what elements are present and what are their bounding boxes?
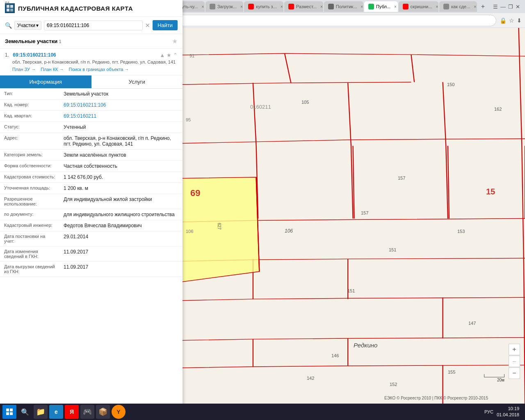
tab-close[interactable]: × (361, 5, 363, 9)
info-label: Кадастровый инженер: (0, 220, 59, 231)
search-button[interactable]: Найти (153, 20, 178, 30)
tab-close[interactable]: × (320, 5, 323, 9)
taskbar-explorer-icon[interactable]: 📁 (34, 405, 48, 419)
window-controls: ☰ — ❐ ✕ (490, 4, 523, 10)
info-label: Кад. квартал: (0, 111, 59, 122)
download-icon[interactable]: ⬇ (517, 17, 522, 24)
taskbar-browser-icon[interactable]: е (49, 405, 63, 419)
info-row: Категория земель:Земли населённых пункто… (0, 150, 183, 161)
tab-label: как сде... (451, 4, 470, 9)
tab-publ[interactable]: Публ... × (364, 1, 397, 12)
info-tabs: Информация Услуги (0, 75, 183, 89)
taskbar-yandex-icon[interactable]: Я (65, 405, 79, 419)
star-small-icon[interactable]: ★ (167, 52, 171, 58)
favorite-button[interactable]: ★ (172, 37, 178, 45)
start-button[interactable] (2, 405, 16, 419)
taskbar-minecraft-icon[interactable]: 🎮 (80, 405, 94, 419)
info-label: Дата постановки на учет: (0, 231, 59, 247)
svg-rect-7 (10, 409, 13, 411)
taskbar-folder-icon[interactable]: 📦 (96, 405, 110, 419)
info-label: Форма собственности: (0, 161, 59, 172)
tab-politik[interactable]: Политик... × (324, 1, 363, 12)
info-table: Тип:Земельный участокКад. номер:69:15:01… (0, 89, 183, 277)
tab-close[interactable]: × (474, 5, 476, 9)
svg-rect-5 (10, 9, 13, 11)
address-bar-icons: 🔒 ☆ ⬇ (500, 17, 522, 24)
tab-close[interactable]: × (240, 5, 243, 9)
tab-label: Размест... (296, 4, 317, 9)
minimize-button[interactable]: — (500, 4, 506, 10)
taskbar-search-button[interactable]: 🔍 (18, 405, 32, 419)
cadastral-id[interactable]: 69:15:0160211:106 (13, 52, 56, 58)
star-icon[interactable]: ☆ (509, 17, 514, 24)
tab-close[interactable]: × (201, 5, 204, 9)
info-label: Кад. номер: (0, 100, 59, 111)
new-tab-button[interactable]: + (478, 1, 488, 12)
result-item: 1. 69:15:0160211:106 ▲ ★ ⌃ обл. Тверская… (0, 49, 183, 75)
zoom-more-button[interactable]: ··· (509, 356, 520, 367)
tab-label: купить з... (256, 4, 277, 9)
search-type-dropdown[interactable]: Участки ▾ (14, 21, 41, 30)
info-label: Тип: (0, 89, 59, 100)
result-actions: ▲ ★ ⌃ (160, 52, 178, 58)
info-value: Для индивидуальной жилой застройки (59, 194, 183, 209)
chevron-up-icon[interactable]: ⌃ (173, 52, 178, 58)
tab-razmest[interactable]: Размест... × (284, 1, 323, 12)
results-header: Земельные участки 1 ★ (0, 34, 183, 49)
search-bar: 🔍 Участки ▾ ✕ Найти (0, 17, 183, 34)
plan-kk-link[interactable]: План КК → (41, 67, 64, 72)
info-value-link[interactable]: 69:15:0160211:106 (64, 102, 106, 108)
taskbar-date-value: 01.04.2018 (497, 412, 519, 418)
info-value-link[interactable]: 69:15:0160211 (64, 113, 96, 119)
triangle-icon[interactable]: ▲ (160, 52, 165, 58)
tab-close[interactable]: × (394, 5, 397, 9)
plan-zu-link[interactable]: План ЗУ → (12, 67, 36, 72)
tab-kupit[interactable]: купить з... × (244, 1, 283, 12)
info-label: по документу: (0, 209, 59, 220)
info-row: Дата выгрузки сведений из ГКН:11.09.2017 (0, 262, 183, 277)
svg-rect-6 (6, 409, 9, 411)
info-label: Уточненная площадь: (0, 183, 59, 194)
info-value: 11.09.2017 (59, 262, 183, 277)
zoom-out-button[interactable]: − (509, 368, 520, 379)
search-input[interactable] (44, 21, 143, 30)
tab-kak[interactable]: как сде... × (439, 1, 477, 12)
info-row: Кадастровый инженер:Федотов Вячеслав Вла… (0, 220, 183, 231)
tab-close[interactable]: × (281, 5, 283, 9)
info-row: Уточненная площадь:1 200 кв. м (0, 183, 183, 194)
info-row: Кад. квартал:69:15:0160211 (0, 111, 183, 122)
tab-skrin[interactable]: скришни... × (399, 1, 438, 12)
search-bounds-link[interactable]: Поиск в границах объекта → (69, 67, 129, 72)
tab-label: Загрузк... (217, 4, 237, 9)
menu-button[interactable]: ☰ (493, 4, 498, 10)
search-clear-button[interactable]: ✕ (145, 22, 150, 29)
results-count: 1 (59, 39, 62, 44)
tab-information[interactable]: Информация (0, 75, 91, 88)
info-row: Адрес:обл. Тверская, р-н Конаковский, г/… (0, 133, 183, 150)
zoom-in-button[interactable]: + (509, 344, 520, 355)
svg-rect-9 (10, 412, 13, 415)
info-label: Дата выгрузки сведений из ГКН: (0, 262, 59, 277)
result-links: План ЗУ → План КК → Поиск в границах объ… (12, 67, 178, 72)
info-panel: 91 ПУБЛИЧНАЯ КАДАСТРОВАЯ КАРТА 🔍 Участки… (0, 0, 183, 420)
taskbar-time-value: 10:19 (497, 406, 519, 412)
tab-services[interactable]: Услуги (91, 75, 183, 88)
info-value: Учтенный (59, 122, 183, 133)
info-value: 69:15:0160211:106 (59, 100, 183, 111)
zoom-controls: + ··· − (509, 344, 520, 379)
close-button[interactable]: ✕ (516, 4, 520, 10)
taskbar-tray: РУС 10:19 01.04.2018 (481, 406, 523, 418)
info-row: Статус:Учтенный (0, 122, 183, 133)
taskbar-app-icon[interactable]: Y (112, 405, 126, 419)
tab-close[interactable]: × (436, 5, 438, 9)
tab-label: Политик... (336, 4, 357, 9)
info-value: обл. Тверская, р-н Конаковский, г/п п. Р… (59, 133, 183, 150)
tab-zagruzk[interactable]: Загрузк... × (205, 1, 244, 12)
taskbar-lang: РУС (484, 409, 493, 414)
info-row: Форма собственности:Частная собственност… (0, 161, 183, 172)
scale-label: 20м (497, 378, 504, 382)
info-row: по документу:для индивидуального жилищно… (0, 209, 183, 220)
info-row: Дата изменения сведений в ГКН:11.09.2017 (0, 247, 183, 262)
maximize-button[interactable]: ❐ (508, 4, 513, 10)
info-value: 1 200 кв. м (59, 183, 183, 194)
